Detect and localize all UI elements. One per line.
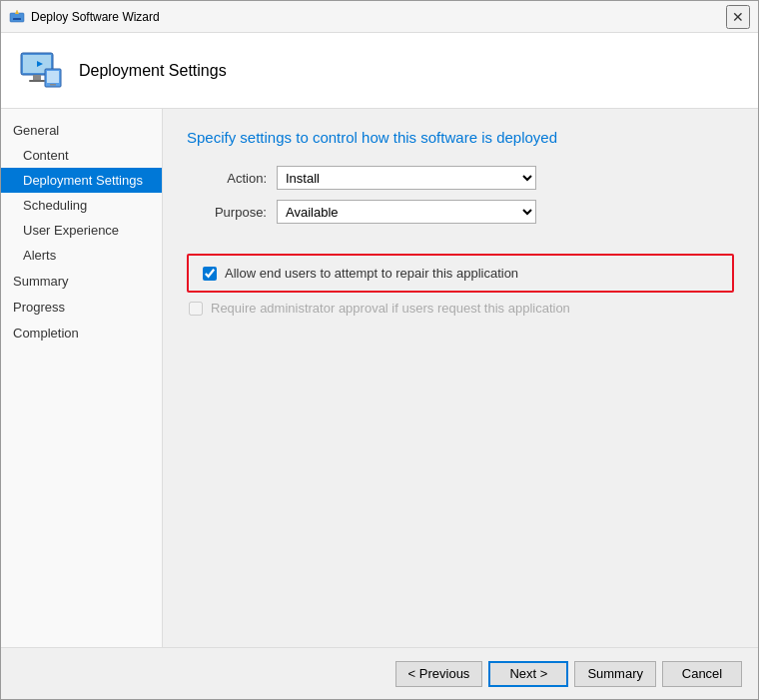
purpose-label: Purpose:	[187, 205, 267, 220]
sidebar-item-content[interactable]: Content	[1, 143, 162, 168]
purpose-select[interactable]: Available Required	[277, 200, 536, 224]
body-area: General Content Deployment Settings Sche…	[1, 109, 758, 647]
next-button[interactable]: Next >	[488, 661, 568, 687]
sidebar-item-deployment-settings[interactable]: Deployment Settings	[1, 168, 162, 193]
main-content: Specify settings to control how this sof…	[163, 109, 758, 647]
approval-checkbox-area: Require administrator approval if users …	[189, 301, 734, 316]
cancel-button[interactable]: Cancel	[662, 661, 742, 687]
svg-rect-10	[50, 84, 56, 86]
previous-button[interactable]: < Previous	[395, 661, 483, 687]
sidebar-item-general[interactable]: General	[1, 117, 162, 143]
svg-rect-0	[10, 13, 24, 22]
sidebar-item-progress: Progress	[1, 294, 162, 320]
sidebar-item-scheduling[interactable]: Scheduling	[1, 193, 162, 218]
main-heading: Specify settings to control how this sof…	[187, 129, 734, 146]
header-title: Deployment Settings	[79, 62, 227, 80]
sidebar: General Content Deployment Settings Sche…	[1, 109, 163, 647]
header-section: Deployment Settings	[1, 33, 758, 109]
close-button[interactable]: ✕	[726, 5, 750, 29]
action-select[interactable]: Install Uninstall	[277, 166, 536, 190]
action-label: Action:	[187, 171, 267, 186]
repair-checkbox-label: Allow end users to attempt to repair thi…	[225, 266, 518, 281]
summary-button[interactable]: Summary	[574, 661, 656, 687]
sidebar-item-completion: Completion	[1, 320, 162, 346]
sidebar-item-user-experience[interactable]: User Experience	[1, 218, 162, 243]
action-row: Action: Install Uninstall	[187, 166, 734, 190]
title-bar-text: Deploy Software Wizard	[31, 10, 160, 24]
svg-rect-7	[29, 80, 45, 82]
sidebar-item-alerts[interactable]: Alerts	[1, 243, 162, 268]
repair-checkbox[interactable]	[203, 267, 217, 281]
title-bar-left: Deploy Software Wizard	[9, 9, 160, 25]
svg-rect-6	[33, 75, 41, 80]
wizard-window: Deploy Software Wizard ✕ Deployment Sett…	[0, 0, 759, 700]
approval-checkbox-label: Require administrator approval if users …	[211, 301, 570, 316]
approval-checkbox[interactable]	[189, 302, 203, 316]
svg-rect-1	[13, 18, 21, 20]
repair-checkbox-area: Allow end users to attempt to repair thi…	[187, 254, 734, 293]
title-bar: Deploy Software Wizard ✕	[1, 1, 758, 33]
sidebar-item-summary: Summary	[1, 268, 162, 294]
svg-rect-9	[47, 71, 59, 83]
purpose-row: Purpose: Available Required	[187, 200, 734, 224]
deployment-icon	[17, 47, 65, 95]
wizard-icon	[9, 9, 25, 25]
footer: < Previous Next > Summary Cancel	[1, 647, 758, 699]
